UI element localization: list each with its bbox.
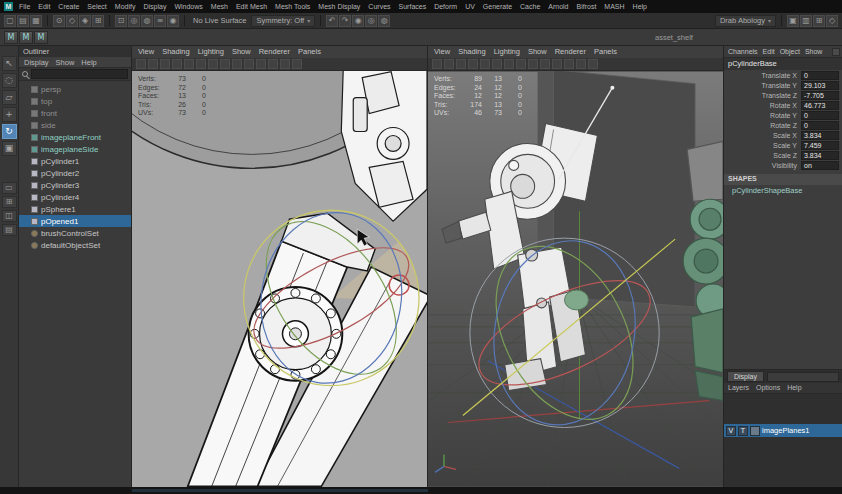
xgen-icon[interactable]: ◇	[826, 15, 838, 27]
layer-visibility-toggle[interactable]: V	[726, 426, 736, 436]
render-icon[interactable]: ◉	[352, 15, 364, 27]
save-scene-icon[interactable]: ▦	[30, 15, 42, 27]
object-menu[interactable]: Object	[780, 48, 800, 55]
grease-pencil-icon[interactable]	[196, 59, 206, 69]
layer-color-swatch[interactable]	[750, 426, 760, 436]
viewport-menu-item[interactable]: Show	[232, 47, 251, 57]
scale-tool-icon[interactable]: ▣	[2, 141, 17, 156]
outliner-item[interactable]: pCylinder3	[19, 179, 131, 191]
layer-mode-dropdown[interactable]	[767, 372, 839, 382]
image-plane-icon[interactable]	[172, 59, 182, 69]
outliner-search-input[interactable]	[31, 69, 128, 79]
outliner-item[interactable]: side	[19, 119, 131, 131]
outliner-item[interactable]: persp	[19, 83, 131, 95]
safe-title-icon[interactable]	[576, 59, 586, 69]
highlight-selection-icon[interactable]	[292, 59, 302, 69]
highlight-selection-icon[interactable]	[588, 59, 598, 69]
outliner-menu-item[interactable]: Display	[24, 58, 49, 66]
outliner-item[interactable]: pCylinder4	[19, 191, 131, 203]
menu-item[interactable]: Surfaces	[399, 3, 427, 10]
viewport-menu-item[interactable]: Shading	[162, 47, 190, 57]
left-viewport-canvas[interactable]: Verts: 73 0 Edges: 72 0 Faces: 13 0	[132, 71, 427, 487]
resolution-gate-icon[interactable]	[232, 59, 242, 69]
menu-item[interactable]: Mesh	[211, 3, 228, 10]
menu-item[interactable]: Generate	[483, 3, 512, 10]
safe-title-icon[interactable]	[280, 59, 290, 69]
menu-item[interactable]: Curves	[368, 3, 390, 10]
outliner-item[interactable]: imageplaneSide	[19, 143, 131, 155]
resolution-gate-icon[interactable]	[528, 59, 538, 69]
outliner-item[interactable]: pCylinder2	[19, 167, 131, 179]
outliner-item[interactable]: pOpened1	[19, 215, 131, 227]
layout-two-pane-icon[interactable]: ◫	[2, 210, 17, 222]
menu-item[interactable]: Modify	[115, 3, 136, 10]
grid-toggle-icon[interactable]	[208, 59, 218, 69]
panel-dock-icon[interactable]	[832, 48, 840, 56]
poly-icon[interactable]: ▥	[800, 15, 812, 27]
viewport-menu-item[interactable]: Lighting	[198, 47, 224, 57]
outliner-item[interactable]: defaultObjectSet	[19, 239, 131, 251]
menu-item[interactable]: Mesh Tools	[275, 3, 310, 10]
menu-item[interactable]: Edit	[38, 3, 50, 10]
shape-node-name[interactable]: pCylinderShapeBase	[724, 185, 842, 196]
channel-value-field[interactable]: 0	[801, 121, 839, 130]
channel-value-field[interactable]: -7.705	[801, 91, 839, 100]
field-chart-icon[interactable]	[256, 59, 266, 69]
redo-icon[interactable]: ↷	[339, 15, 351, 27]
menu-item[interactable]: Mesh Display	[318, 3, 360, 10]
outliner-item[interactable]: brushControlSet	[19, 227, 131, 239]
channel-value-field[interactable]: 46.773	[801, 101, 839, 110]
viewport-menu-item[interactable]: Shading	[458, 47, 486, 57]
layout-single-pane-icon[interactable]: ▭	[2, 182, 17, 194]
menu-item[interactable]: Deform	[434, 3, 457, 10]
gate-mask-icon[interactable]	[244, 59, 254, 69]
outliner-menu-item[interactable]: Help	[81, 58, 96, 66]
bookmarks-icon[interactable]	[456, 59, 466, 69]
channel-value-field[interactable]: 3.834	[801, 151, 839, 160]
layout-four-pane-icon[interactable]: ⊞	[2, 196, 17, 208]
show-menu[interactable]: Show	[805, 48, 823, 55]
menu-item[interactable]: UV	[465, 3, 475, 10]
two-d-pan-zoom-icon[interactable]	[480, 59, 490, 69]
menu-item[interactable]: Arnold	[548, 3, 568, 10]
outliner-item[interactable]: pCylinder1	[19, 155, 131, 167]
layout-outliner-persp-icon[interactable]: ▤	[2, 224, 17, 236]
move-tool-icon[interactable]: +	[2, 107, 17, 122]
bookmarks-icon[interactable]	[160, 59, 170, 69]
selected-object-name[interactable]: pCylinderBase	[724, 58, 842, 70]
isolate-select-icon[interactable]	[136, 59, 146, 69]
outliner-item[interactable]: top	[19, 95, 131, 107]
channel-value-field[interactable]: 0	[801, 71, 839, 80]
layer-menu-item[interactable]: Options	[756, 384, 780, 392]
uv-icon[interactable]: ⊞	[813, 15, 825, 27]
layer-row[interactable]: V T imagePlanes1	[724, 424, 842, 437]
open-scene-icon[interactable]: ▤	[17, 15, 29, 27]
shelf-tab-animation[interactable]: M	[34, 31, 48, 44]
menu-item[interactable]: Display	[143, 3, 166, 10]
film-gate-icon[interactable]	[220, 59, 230, 69]
rotate-tool-icon[interactable]: ↻	[2, 124, 17, 139]
select-object-icon[interactable]: ◇	[66, 15, 78, 27]
channel-value-field[interactable]: 29.103	[801, 81, 839, 90]
time-slider-strip[interactable]	[0, 487, 842, 494]
channel-value-field[interactable]: 0	[801, 111, 839, 120]
camera-attributes-icon[interactable]	[148, 59, 158, 69]
snap-plane-icon[interactable]: ≡	[154, 15, 166, 27]
select-tool-icon[interactable]: ↖	[2, 56, 17, 71]
grid-toggle-icon[interactable]	[504, 59, 514, 69]
right-viewport-canvas[interactable]: Verts: 89 13 0 Edges: 24 12 0 Faces:	[428, 71, 723, 487]
tab-display[interactable]: Display	[727, 371, 764, 382]
channels-menu[interactable]: Channels	[728, 48, 758, 55]
select-component-icon[interactable]: ◈	[79, 15, 91, 27]
two-d-pan-zoom-icon[interactable]	[184, 59, 194, 69]
isolate-select-icon[interactable]	[432, 59, 442, 69]
edit-menu[interactable]: Edit	[763, 48, 775, 55]
menu-item[interactable]: Bifrost	[577, 3, 597, 10]
layer-menu-item[interactable]: Layers	[728, 384, 749, 392]
undo-icon[interactable]: ↶	[326, 15, 338, 27]
channel-value-field[interactable]: 7.459	[801, 141, 839, 150]
outliner-item[interactable]: imageplaneFront	[19, 131, 131, 143]
menu-item[interactable]: Select	[87, 3, 106, 10]
menu-item[interactable]: Windows	[174, 3, 202, 10]
viewport-menu-item[interactable]: Lighting	[494, 47, 520, 57]
